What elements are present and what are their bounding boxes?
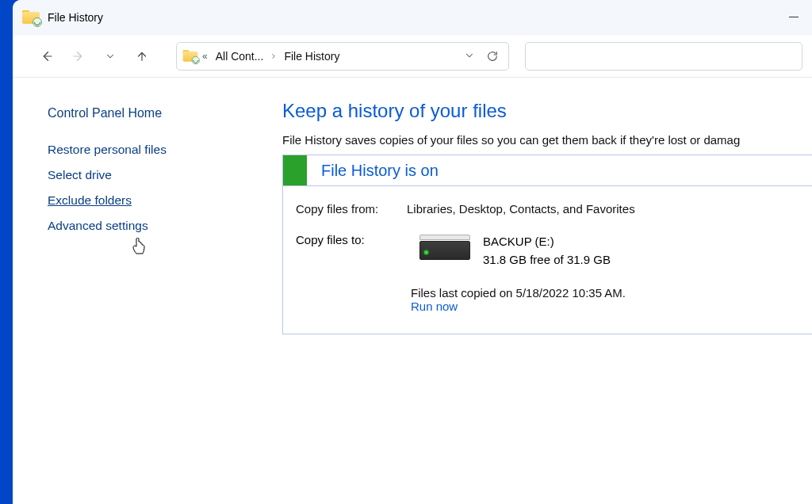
file-history-window: File History « All Cont... File History	[13, 0, 812, 504]
last-copied-text: Files last copied on 5/18/2022 10:35 AM.	[411, 286, 804, 300]
destination-name: BACKUP (E:)	[483, 233, 611, 251]
copy-to-label: Copy files to:	[296, 233, 407, 246]
copy-from-label: Copy files from:	[296, 202, 407, 216]
up-button[interactable]	[128, 43, 155, 70]
status-indicator-icon	[283, 155, 307, 185]
minimize-button[interactable]	[776, 0, 812, 34]
folder-history-icon	[182, 48, 199, 65]
window-title: File History	[48, 11, 103, 24]
window-controls	[776, 0, 812, 34]
back-button[interactable]	[33, 43, 60, 70]
details-panel: Copy files from: Libraries, Desktop, Con…	[282, 186, 812, 334]
breadcrumb-root[interactable]: All Cont...	[211, 50, 269, 63]
sidebar-link-restore[interactable]: Restore personal files	[48, 143, 259, 157]
run-now-link[interactable]: Run now	[411, 300, 804, 313]
page-title: Keep a history of your files	[282, 100, 812, 122]
copy-from-value: Libraries, Desktop, Contacts, and Favori…	[407, 202, 804, 216]
destination-space: 31.8 GB free of 31.9 GB	[483, 251, 611, 269]
main-panel: Keep a history of your files File Histor…	[259, 78, 812, 504]
breadcrumb-current[interactable]: File History	[279, 50, 344, 63]
chevron-right-icon	[270, 52, 278, 60]
sidebar-link-exclude-folders[interactable]: Exclude folders	[48, 193, 259, 208]
sidebar-link-advanced-settings[interactable]: Advanced settings	[48, 219, 259, 233]
refresh-button[interactable]	[486, 50, 499, 63]
address-bar[interactable]: « All Cont... File History	[176, 42, 509, 71]
folder-history-icon	[22, 9, 40, 26]
navigation-toolbar: « All Cont... File History	[13, 35, 812, 78]
titlebar: File History	[13, 0, 812, 35]
address-dropdown-button[interactable]	[464, 50, 475, 63]
drive-icon	[419, 235, 470, 266]
forward-button[interactable]	[65, 43, 92, 70]
status-text: File History is on	[307, 162, 439, 180]
page-description: File History saves copies of your files …	[282, 133, 812, 147]
sidebar-link-select-drive[interactable]: Select drive	[48, 168, 259, 182]
sidebar: Control Panel Home Restore personal file…	[13, 78, 259, 504]
search-input[interactable]	[525, 42, 802, 71]
status-bar: File History is on	[282, 155, 812, 186]
sidebar-heading: Control Panel Home	[48, 106, 259, 120]
recent-dropdown-button[interactable]	[97, 43, 124, 70]
content-area: Control Panel Home Restore personal file…	[13, 78, 812, 504]
breadcrumb-overflow-icon[interactable]: «	[201, 51, 209, 62]
